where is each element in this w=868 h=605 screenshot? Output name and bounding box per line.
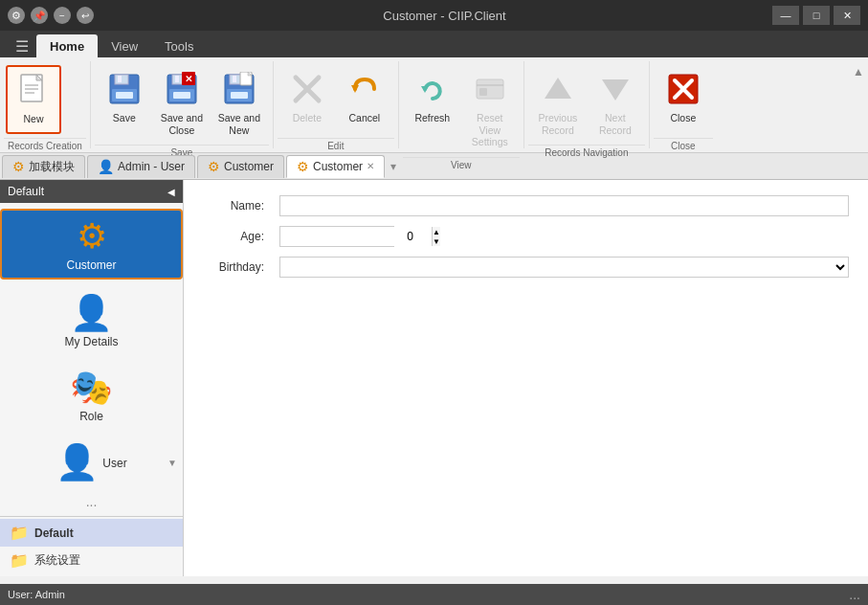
sidebar-more[interactable]: ··· xyxy=(0,493,183,516)
svg-marker-26 xyxy=(351,85,359,93)
sidebar-nav-system-settings-label: 系统设置 xyxy=(34,552,80,569)
cancel-icon xyxy=(345,70,384,108)
load-modules-tab-icon: ⚙ xyxy=(12,159,25,174)
save-button[interactable]: Save xyxy=(97,65,152,134)
ribbon-group-close-label: Close xyxy=(654,138,713,154)
new-button[interactable]: New xyxy=(6,65,61,134)
sidebar: Default ◀ ⚙ Customer 👤 My Details 🎭 Role… xyxy=(0,180,184,576)
age-input[interactable] xyxy=(280,227,432,246)
sidebar-item-user-label: User xyxy=(99,457,126,470)
role-icon: 🎭 xyxy=(70,368,113,408)
ribbon-group-close: Close Close xyxy=(650,61,717,148)
doc-tab-customer1[interactable]: ⚙ Customer xyxy=(197,155,284,178)
refresh-button[interactable]: Refresh xyxy=(405,65,460,134)
sidebar-header-label: Default xyxy=(8,185,44,198)
cancel-button-label: Cancel xyxy=(348,112,380,124)
save-new-button[interactable]: Save and New xyxy=(211,65,267,141)
pin-icon: 📌 xyxy=(31,7,48,24)
save-icon xyxy=(105,70,144,108)
name-input[interactable] xyxy=(279,195,849,216)
ribbon-group-nav-label: Records Navigation xyxy=(528,145,645,161)
user-expand-arrow: ▼ xyxy=(167,458,177,468)
save-close-button[interactable]: ✕ Save and Close xyxy=(154,65,210,141)
delete-icon xyxy=(288,70,326,108)
tab-hamburger[interactable]: ☰ xyxy=(8,34,36,57)
window-close-button[interactable]: ✕ xyxy=(834,6,860,25)
doc-tab-customer2[interactable]: ⚙ Customer ✕ xyxy=(286,155,385,178)
age-decrement-button[interactable]: ▼ xyxy=(433,236,440,246)
back-icon: ↩ xyxy=(77,7,94,24)
refresh-button-label: Refresh xyxy=(414,112,450,124)
ribbon-group-records-creation-label: Records Creation xyxy=(4,138,86,154)
reset-view-button[interactable]: Reset View Settings xyxy=(462,65,518,153)
tab-view[interactable]: View xyxy=(98,34,151,57)
save-button-label: Save xyxy=(113,112,136,124)
ribbon-group-save: Save ✕ Save and Close xyxy=(91,61,274,148)
sidebar-nav-default-icon: 📁 xyxy=(10,524,29,542)
maximize-button[interactable]: □ xyxy=(803,6,830,25)
customer1-tab-label: Customer xyxy=(224,160,274,173)
form-row-age: Age: ▲ ▼ xyxy=(203,226,849,247)
sidebar-nav-default[interactable]: 📁 Default xyxy=(0,519,183,547)
previous-record-button[interactable]: Previous Record xyxy=(530,65,586,141)
minimize-icon-small: − xyxy=(54,7,71,24)
sidebar-header: Default ◀ xyxy=(0,180,183,203)
spacer-icon xyxy=(100,7,117,24)
svg-rect-21 xyxy=(231,92,248,99)
admin-user-tab-icon: 👤 xyxy=(98,159,114,174)
minimize-button[interactable]: — xyxy=(772,6,799,25)
ribbon-group-close-buttons: Close xyxy=(654,61,713,136)
doc-tab-admin-user[interactable]: 👤 Admin - User xyxy=(87,155,195,178)
ribbon-group-nav-buttons: Previous Record Next Record xyxy=(528,61,645,143)
sidebar-item-customer[interactable]: ⚙ Customer xyxy=(0,209,183,280)
customer2-tab-close[interactable]: ✕ xyxy=(367,161,374,171)
form-row-name: Name: xyxy=(203,195,849,216)
save-new-icon xyxy=(220,70,258,108)
tab-tools[interactable]: Tools xyxy=(151,34,207,57)
cancel-button[interactable]: Cancel xyxy=(337,65,392,134)
form-row-birthday: Birthday: xyxy=(203,257,849,278)
window-controls: — □ ✕ xyxy=(772,6,860,25)
save-new-button-label: Save and New xyxy=(214,112,264,136)
doc-tab-load-modules[interactable]: ⚙ 加载模块 xyxy=(2,155,85,178)
ribbon-group-view-label: View xyxy=(403,157,520,173)
ribbon-group-records-creation: New Records Creation xyxy=(0,61,91,148)
ribbon-group-view: Refresh Reset View Settings View xyxy=(399,61,524,148)
customer-icon: ⚙ xyxy=(77,216,107,257)
sidebar-item-user[interactable]: 👤 User ▼ xyxy=(0,437,183,488)
next-record-icon xyxy=(596,70,634,108)
ribbon-group-records-creation-buttons: New xyxy=(4,61,86,136)
sidebar-item-my-details[interactable]: 👤 My Details xyxy=(0,287,183,354)
ribbon-group-view-buttons: Refresh Reset View Settings xyxy=(403,61,520,155)
svg-marker-27 xyxy=(421,86,429,93)
status-dots: ... xyxy=(849,587,860,602)
new-button-label: New xyxy=(23,113,43,125)
title-bar-left: ⚙ 📌 − ↩ xyxy=(8,7,117,24)
svg-text:✕: ✕ xyxy=(185,74,192,84)
sidebar-item-customer-label: Customer xyxy=(66,258,116,272)
ribbon-collapse[interactable]: ▲ xyxy=(853,61,868,148)
previous-record-label: Previous Record xyxy=(533,112,583,136)
title-bar: ⚙ 📌 − ↩ Customer - CIIP.Client — □ ✕ xyxy=(0,0,868,31)
sidebar-items: ⚙ Customer 👤 My Details 🎭 Role 👤 User ▼ xyxy=(0,203,183,493)
status-text: User: Admin xyxy=(8,589,65,600)
tab-dropdown-arrow[interactable]: ▾ xyxy=(390,160,396,173)
close-ribbon-icon xyxy=(664,70,702,108)
title-bar-icons: ⚙ 📌 − ↩ xyxy=(8,7,117,24)
tab-home[interactable]: Home xyxy=(36,34,98,57)
close-ribbon-button[interactable]: Close xyxy=(656,65,711,134)
sidebar-item-role[interactable]: 🎭 Role xyxy=(0,362,183,429)
sidebar-nav: 📁 Default 📁 系统设置 xyxy=(0,516,183,576)
ribbon-group-save-buttons: Save ✕ Save and Close xyxy=(95,61,269,143)
status-bar: User: Admin ... xyxy=(0,584,868,605)
delete-button[interactable]: Delete xyxy=(279,65,335,134)
age-increment-button[interactable]: ▲ xyxy=(433,227,440,236)
sidebar-nav-system-settings[interactable]: 📁 系统设置 xyxy=(0,547,183,574)
age-label: Age: xyxy=(203,230,270,243)
ribbon-group-edit: Delete Cancel Edit xyxy=(274,61,399,148)
birthday-select[interactable] xyxy=(279,257,849,278)
load-modules-tab-label: 加载模块 xyxy=(29,159,75,175)
next-record-button[interactable]: Next Record xyxy=(588,65,643,141)
sidebar-collapse-arrow[interactable]: ◀ xyxy=(167,187,175,197)
svg-marker-32 xyxy=(602,79,629,101)
